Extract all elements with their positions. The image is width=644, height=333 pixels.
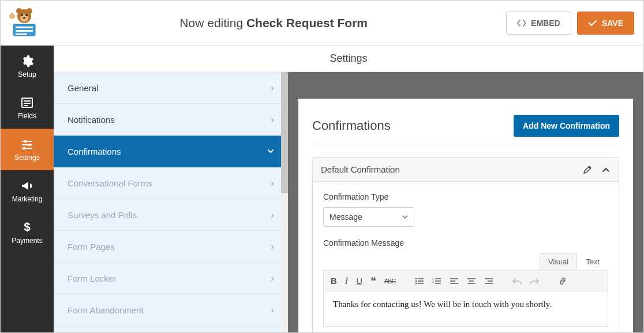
divider [312, 144, 619, 144]
mid-label: Conversational Forms [68, 178, 152, 188]
nav-label: Payments [12, 237, 42, 245]
svg-point-20 [28, 144, 31, 147]
type-label: Confirmation Type [323, 192, 608, 201]
check-icon [588, 19, 597, 27]
mid-label: Notifications [68, 115, 115, 125]
svg-text:$: $ [24, 220, 30, 233]
embed-button[interactable]: EMBED [506, 12, 571, 35]
confirmation-type-select[interactable]: Message [323, 207, 414, 227]
svg-text:2: 2 [432, 280, 434, 283]
svg-point-10 [23, 17, 25, 18]
rich-text-editor: B I U ❝ ABC 12 [323, 270, 608, 327]
svg-point-8 [21, 14, 23, 16]
chevron-right-icon: › [271, 273, 274, 283]
confirmation-box-header[interactable]: Default Confirmation [313, 158, 619, 182]
strikethrough-icon[interactable]: ABC [384, 278, 396, 285]
nav-spacer [1, 253, 54, 332]
top-bar: Now editing Check Request Form EMBED SAV… [1, 1, 643, 46]
editor-content[interactable]: Thanks for contacting us! We will be in … [324, 291, 608, 326]
confirmation-box-title: Default Confirmation [321, 164, 400, 174]
chevron-up-icon[interactable] [601, 165, 611, 174]
embed-label: EMBED [531, 18, 560, 28]
align-right-icon[interactable] [484, 277, 493, 285]
mid-label: Confirmations [68, 147, 121, 156]
undo-icon[interactable] [512, 277, 522, 285]
confirmation-box: Default Confirmation Confirmation Type M… [312, 157, 619, 332]
nav-label: Marketing [12, 195, 43, 203]
page-title: Now editing Check Request Form [41, 16, 506, 30]
nav-label: Setup [18, 70, 36, 78]
scrollbar-thumb[interactable] [281, 72, 288, 193]
mid-item-form-abandonment[interactable]: Form Abandonment › [54, 294, 288, 326]
editor-toolbar: B I U ❝ ABC 12 [324, 271, 608, 291]
chevron-down-icon [402, 215, 408, 219]
nav-item-marketing[interactable]: Marketing [1, 170, 54, 212]
add-confirmation-button[interactable]: Add New Confirmation [514, 115, 619, 137]
mid-label: Surveys and Polls [68, 210, 137, 220]
svg-point-24 [415, 278, 417, 279]
svg-rect-3 [16, 33, 27, 35]
top-actions: EMBED SAVE [506, 12, 634, 35]
editor-tabs: Visual Text [323, 253, 608, 270]
nav-label: Fields [18, 112, 36, 120]
svg-rect-2 [16, 30, 33, 32]
form-name: Check Request Form [246, 16, 368, 29]
mid-label: Form Abandonment [68, 305, 144, 315]
link-icon[interactable] [558, 277, 567, 285]
nav-label: Settings [14, 154, 39, 162]
blockquote-icon[interactable]: ❝ [370, 275, 376, 287]
mid-item-confirmations[interactable]: Confirmations [54, 136, 288, 167]
redo-icon[interactable] [530, 277, 539, 285]
nav-item-settings[interactable]: Settings [1, 129, 54, 170]
panel-title: Confirmations [312, 118, 391, 133]
mid-item-notifications[interactable]: Notifications › [54, 104, 288, 136]
chevron-right-icon: › [271, 83, 274, 93]
svg-point-25 [415, 280, 417, 282]
mid-label: Form Locker [68, 274, 116, 283]
code-icon [517, 19, 526, 27]
align-center-icon[interactable] [467, 277, 476, 285]
editing-prefix: Now editing [179, 16, 246, 29]
chevron-right-icon: › [271, 241, 274, 252]
main-content: Confirmations Add New Confirmation Defau… [288, 72, 643, 332]
mid-item-form-pages[interactable]: Form Pages › [54, 231, 288, 263]
bold-icon[interactable]: B [331, 276, 337, 286]
italic-icon[interactable]: I [345, 276, 348, 286]
align-left-icon[interactable] [450, 277, 459, 285]
svg-point-5 [16, 8, 22, 14]
tab-text[interactable]: Text [577, 253, 608, 270]
bullhorn-icon [20, 179, 34, 193]
mid-item-form-locker[interactable]: Form Locker › [54, 263, 288, 294]
nav-item-fields[interactable]: Fields [1, 87, 54, 129]
svg-rect-1 [16, 27, 33, 28]
chevron-right-icon: › [271, 305, 274, 315]
dollar-icon: $ [20, 220, 34, 234]
ordered-list-icon[interactable]: 12 [432, 277, 441, 285]
mid-label: General [68, 83, 98, 93]
gear-icon [20, 54, 34, 68]
tab-visual[interactable]: Visual [540, 253, 577, 270]
mid-label: Form Pages [68, 242, 115, 252]
mid-item-general[interactable]: General › [54, 72, 288, 104]
message-label: Confirmation Message [323, 238, 608, 248]
settings-header: Settings [54, 46, 643, 72]
chevron-right-icon: › [271, 114, 274, 125]
svg-point-26 [415, 282, 417, 284]
svg-point-9 [25, 14, 28, 16]
chevron-right-icon: › [271, 209, 274, 220]
chevron-right-icon: › [271, 178, 274, 188]
underline-icon[interactable]: U [356, 276, 362, 286]
settings-header-label: Settings [330, 53, 367, 65]
unordered-list-icon[interactable] [415, 277, 424, 285]
settings-sidebar: General › Notifications › Confirmations [54, 72, 288, 332]
save-button[interactable]: SAVE [577, 12, 634, 35]
mid-item-conversational-forms[interactable]: Conversational Forms › [54, 167, 288, 199]
sliders-icon [20, 137, 34, 151]
svg-point-18 [24, 140, 27, 143]
mid-item-surveys-polls[interactable]: Surveys and Polls › [54, 199, 288, 231]
svg-point-22 [23, 147, 26, 150]
svg-rect-12 [11, 13, 13, 17]
pencil-icon[interactable] [583, 165, 592, 174]
nav-item-setup[interactable]: Setup [1, 46, 54, 87]
nav-item-payments[interactable]: $ Payments [1, 212, 54, 253]
